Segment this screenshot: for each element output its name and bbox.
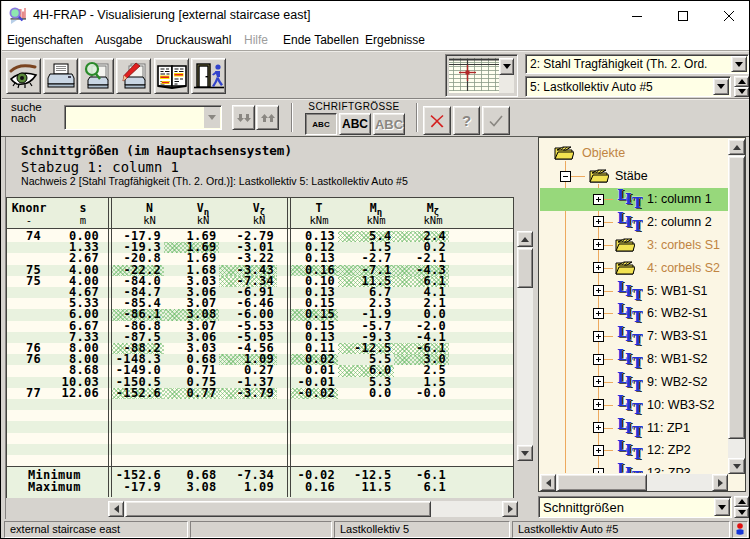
folder-icon <box>589 168 609 183</box>
table-hscroll-thumb[interactable] <box>125 501 431 517</box>
table-row <box>7 421 513 432</box>
table-vscroll-thumb[interactable] <box>517 248 533 288</box>
expand-icon[interactable] <box>593 376 604 387</box>
maximize-button[interactable] <box>660 1 705 30</box>
scroll-down-button[interactable] <box>517 445 533 461</box>
scroll-right-button[interactable] <box>502 501 518 517</box>
fontsize-medium-button[interactable]: ABC <box>339 113 371 135</box>
table-vscrollbar[interactable] <box>517 231 533 461</box>
tree-item-12-zp2[interactable]: 12: ZP2 <box>647 443 691 457</box>
result-type-dropdown-button[interactable] <box>714 498 730 516</box>
svg-text:T: T <box>632 194 643 210</box>
svg-text:I: I <box>625 419 632 436</box>
print-button[interactable] <box>43 58 78 94</box>
expand-icon[interactable] <box>593 399 604 410</box>
expand-icon[interactable] <box>593 239 604 250</box>
tree-item-11-zp1[interactable]: 11: ZP1 <box>647 421 690 435</box>
tree-item-9-wb2-s2[interactable]: 9: WB2-S2 <box>647 375 707 389</box>
tree-item-3-corbels-s1[interactable]: 3: corbels S1 <box>647 238 720 252</box>
status-lastfall: Lastkollektiv 5 <box>334 521 510 538</box>
book-icon <box>156 62 188 90</box>
expand-icon[interactable] <box>593 445 604 456</box>
menu-item-eigenschaften[interactable]: Eigenschaften <box>7 31 83 49</box>
close-table-button[interactable] <box>423 106 451 135</box>
tree-vscrollbar[interactable] <box>728 139 745 474</box>
table-cell: -0.02 <box>297 388 335 399</box>
tree-connector-line <box>604 382 613 383</box>
tree-item-4-corbels-s2[interactable]: 4: corbels S2 <box>647 261 720 275</box>
svg-text:I: I <box>625 441 632 458</box>
view-button[interactable] <box>6 58 41 94</box>
lastfall-spin-up-button[interactable] <box>734 76 749 87</box>
minimize-button[interactable] <box>614 1 659 30</box>
tree-vscroll-thumb[interactable] <box>728 156 745 439</box>
table-cell: 0.0 <box>369 388 392 399</box>
expand-icon[interactable] <box>593 285 604 296</box>
tree-item-8-wb1-s2[interactable]: 8: WB1-S2 <box>647 352 707 366</box>
expand-icon[interactable] <box>593 468 604 473</box>
collapse-icon[interactable] <box>560 171 571 182</box>
expand-icon[interactable] <box>593 262 604 273</box>
help-button[interactable]: ? <box>453 106 480 135</box>
result-type-combobox[interactable]: Schnittgrößen <box>538 496 732 518</box>
scroll-left-button[interactable] <box>540 474 556 491</box>
expand-icon[interactable] <box>593 354 604 365</box>
nachweis-combobox[interactable]: 2: Stahl Tragfähigkeit (Th. 2. Ord. <box>525 54 749 74</box>
column-unit: kN <box>197 214 210 226</box>
tree-item-10-wb3-s2[interactable]: 10: WB3-S2 <box>647 398 714 412</box>
tree-connector-line <box>604 428 613 429</box>
table-cell: 11.5 <box>361 482 391 494</box>
tree-hscroll-thumb[interactable] <box>557 474 647 491</box>
table-cell: -152.6 <box>116 388 161 399</box>
tree-item-13-zp3[interactable]: 13: ZP3 <box>647 466 691 473</box>
scroll-up-button[interactable] <box>517 231 533 247</box>
table-picker[interactable] <box>445 54 518 97</box>
table-book-button[interactable] <box>154 58 189 94</box>
scroll-right-button[interactable] <box>712 474 728 491</box>
menu-item-ende-tabellen[interactable]: Ende Tabellen <box>283 31 359 49</box>
search-next-button[interactable] <box>232 105 255 130</box>
tree-item-7-wb3-s1[interactable]: 7: WB3-S1 <box>647 329 707 343</box>
print-preview-button[interactable] <box>79 58 114 94</box>
minimize-icon <box>631 10 643 22</box>
tree-item-5-wb1-s1[interactable]: 5: WB1-S1 <box>647 284 707 298</box>
table-hscrollbar[interactable] <box>108 501 518 517</box>
menu-item-hilfe[interactable]: Hilfe <box>244 31 268 49</box>
chevron-down-icon <box>718 505 726 510</box>
exit-button[interactable] <box>191 58 226 94</box>
apply-button[interactable] <box>482 106 510 135</box>
search-prev-button[interactable] <box>256 105 279 130</box>
nachweis-dropdown-button[interactable] <box>731 56 747 72</box>
table-picker-dropdown-button[interactable] <box>499 58 514 75</box>
menu-item-ergebnisse[interactable]: Ergebnisse <box>365 31 425 49</box>
scroll-up-button[interactable] <box>728 139 745 155</box>
tree-item-6-wb2-s1[interactable]: 6: WB2-S1 <box>647 306 707 320</box>
result-spin-down-button[interactable] <box>734 507 749 518</box>
maximum-row: Maximum-17.93.081.090.1611.56.1 <box>7 482 513 494</box>
expand-icon[interactable] <box>593 194 604 205</box>
tree-item-1-column-1[interactable]: 1: column 1 <box>647 192 712 206</box>
tree-item-objekte[interactable]: Objekte <box>582 146 625 160</box>
tree-hscrollbar[interactable] <box>540 474 728 491</box>
close-button[interactable] <box>706 1 750 30</box>
tree-item-2-column-2[interactable]: 2: column 2 <box>647 215 712 229</box>
print-selection-button[interactable] <box>116 58 151 94</box>
search-input[interactable] <box>64 105 222 130</box>
fontsize-small-button[interactable]: ABC <box>305 113 337 135</box>
expand-icon[interactable] <box>593 422 604 433</box>
menu-item-ausgabe[interactable]: Ausgabe <box>95 31 142 49</box>
tree-item-st-be[interactable]: Stäbe <box>615 169 648 183</box>
status-lastkollektiv: Lastkollektiv Auto #5 <box>512 521 730 538</box>
fontsize-large-button[interactable]: ABC <box>373 113 405 135</box>
lastfall-spin-down-button[interactable] <box>734 87 749 98</box>
expand-icon[interactable] <box>593 308 604 319</box>
lastfall-dropdown-button[interactable] <box>713 78 729 95</box>
scroll-down-button[interactable] <box>728 458 745 474</box>
expand-icon[interactable] <box>593 216 604 227</box>
lastfall-combobox[interactable]: 5: Lastkollektiv Auto #5 <box>525 76 731 97</box>
scroll-left-button[interactable] <box>108 501 124 517</box>
expand-icon[interactable] <box>593 331 604 342</box>
result-spin-up-button[interactable] <box>734 496 749 507</box>
search-dropdown-button[interactable] <box>204 107 220 128</box>
menu-item-druckauswahl[interactable]: Druckauswahl <box>156 31 231 49</box>
